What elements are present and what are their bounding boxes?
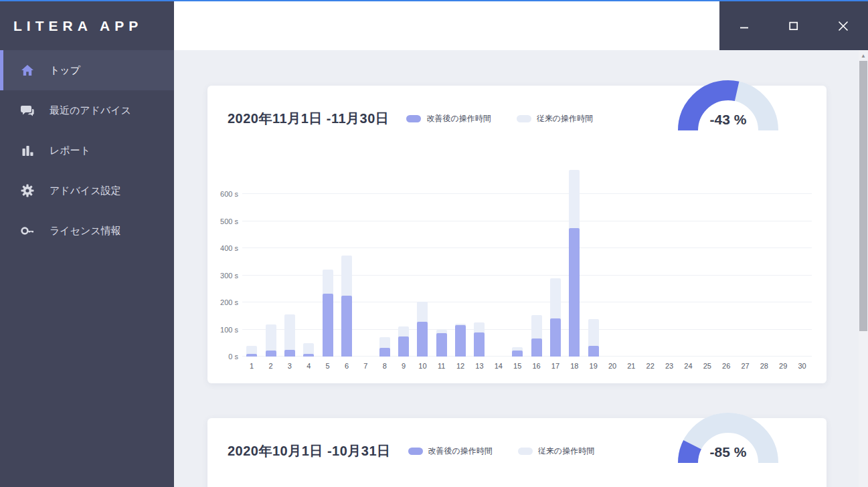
bar-improved — [379, 348, 390, 357]
bar-slot-day-16 — [527, 166, 545, 357]
sidebar-item-label: アドバイス設定 — [50, 185, 121, 197]
sidebar-item-label: ライセンス情報 — [50, 225, 121, 237]
bar-slot-day-3 — [280, 166, 299, 357]
bar-slot-day-14 — [489, 166, 508, 357]
bar-improved — [512, 351, 523, 357]
bar-slot-day-13 — [470, 166, 489, 357]
bar-improved — [303, 354, 314, 357]
x-axis-tick: 28 — [755, 362, 774, 370]
legend-label: 改善後の操作時間 — [426, 113, 491, 124]
chart-plot — [242, 166, 812, 357]
bar-slot-day-24 — [679, 166, 697, 357]
sidebar-item-advice-settings[interactable]: アドバイス設定 — [0, 171, 174, 211]
x-axis-tick: 15 — [508, 362, 527, 370]
chart-legend: 改善後の操作時間 従来の操作時間 — [406, 113, 593, 124]
sidebar-item-top[interactable]: トップ — [0, 50, 174, 90]
sidebar-item-label: レポート — [50, 144, 90, 157]
bar-improved — [550, 318, 561, 357]
x-axis-tick: 4 — [299, 362, 318, 370]
bar-improved — [341, 296, 352, 357]
gear-icon — [20, 183, 35, 198]
bar-slot-day-23 — [660, 166, 679, 357]
bar-slot-day-27 — [735, 166, 754, 357]
x-axis-tick: 23 — [660, 362, 679, 370]
report-card-november: 2020年11月1日 -11月30日 改善後の操作時間 従来の操作時間 -43 … — [207, 86, 827, 383]
x-axis-tick: 24 — [679, 362, 697, 370]
bar-slot-day-26 — [717, 166, 735, 357]
minimize-button[interactable] — [719, 1, 769, 50]
bar-improved — [398, 336, 409, 357]
x-axis-tick: 2 — [261, 362, 280, 370]
bar-slot-day-10 — [413, 166, 432, 357]
x-axis-tick: 1 — [242, 362, 261, 370]
x-axis-tick: 19 — [584, 362, 602, 370]
bar-slot-day-19 — [584, 166, 602, 357]
legend-item-improved: 改善後の操作時間 — [406, 113, 491, 124]
bar-slot-day-18 — [565, 166, 584, 357]
legend-swatch-conventional — [517, 115, 531, 122]
chart-xlabels: 1234567891011121314151617181920212223242… — [242, 362, 812, 370]
sidebar-item-report[interactable]: レポート — [0, 130, 174, 171]
bar-slot-day-28 — [755, 166, 774, 357]
x-axis-tick: 18 — [565, 362, 584, 370]
sidebar-nav: トップ 最近のアドバイス レポート — [0, 50, 174, 251]
bar-improved — [436, 333, 447, 357]
x-axis-tick: 13 — [470, 362, 489, 370]
bar-slot-day-15 — [508, 166, 527, 357]
x-axis-tick: 26 — [717, 362, 735, 370]
window-top-border — [0, 0, 868, 1]
bar-chart-icon — [20, 143, 35, 158]
legend-swatch-improved — [408, 448, 423, 455]
x-axis-tick: 25 — [698, 362, 717, 370]
bar-improved — [284, 350, 295, 357]
bar-slot-day-5 — [318, 166, 337, 357]
close-button[interactable] — [818, 1, 868, 50]
legend-label: 改善後の操作時間 — [428, 446, 493, 457]
bar-improved — [266, 351, 276, 357]
sidebar-item-license-info[interactable]: ライセンス情報 — [0, 211, 174, 251]
x-axis-tick: 27 — [735, 362, 754, 370]
bar-improved — [588, 346, 599, 357]
bar-improved — [417, 322, 428, 357]
card-header: 2020年10月1日 -10月31日 改善後の操作時間 従来の操作時間 — [228, 442, 594, 460]
chat-icon — [20, 103, 35, 118]
legend-swatch-improved — [406, 115, 421, 122]
window-controls — [719, 1, 868, 50]
scrollbar: ▲ — [859, 50, 868, 487]
scrollbar-up-arrow[interactable]: ▲ — [859, 50, 868, 61]
bar-slot-day-4 — [299, 166, 318, 357]
bar-slot-day-7 — [356, 166, 375, 357]
sidebar-item-recent-advice[interactable]: 最近のアドバイス — [0, 90, 174, 130]
gauge-value: -85 % — [710, 444, 747, 460]
bar-improved — [455, 325, 466, 357]
chart-bars — [242, 166, 812, 357]
reduction-gauge: -85 % — [678, 413, 778, 463]
titlebar[interactable] — [174, 1, 719, 50]
card-header: 2020年11月1日 -11月30日 改善後の操作時間 従来の操作時間 — [228, 110, 593, 128]
y-axis-tick: 600 s — [220, 190, 238, 198]
scrollbar-thumb[interactable] — [859, 61, 867, 331]
gauge-value: -43 % — [710, 112, 747, 127]
x-axis-tick: 7 — [356, 362, 375, 370]
bar-slot-day-29 — [774, 166, 792, 357]
x-axis-tick: 17 — [546, 362, 565, 370]
y-axis-tick: 100 s — [220, 326, 238, 334]
x-axis-tick: 12 — [451, 362, 470, 370]
x-axis-tick: 20 — [603, 362, 622, 370]
x-axis-tick: 3 — [280, 362, 299, 370]
maximize-icon — [789, 21, 798, 31]
y-axis-tick: 300 s — [220, 272, 238, 280]
key-icon — [20, 223, 35, 238]
bar-slot-day-2 — [261, 166, 280, 357]
maximize-button[interactable] — [769, 1, 818, 50]
legend-swatch-conventional — [518, 448, 533, 455]
main-content: 2020年11月1日 -11月30日 改善後の操作時間 従来の操作時間 -43 … — [174, 50, 868, 487]
legend-label: 従来の操作時間 — [537, 113, 593, 124]
x-axis-tick: 8 — [375, 362, 394, 370]
x-axis-tick: 22 — [641, 362, 660, 370]
legend-item-improved: 改善後の操作時間 — [408, 446, 493, 457]
close-icon — [838, 21, 849, 31]
y-axis-tick: 0 s — [228, 353, 238, 361]
x-axis-tick: 29 — [774, 362, 792, 370]
sidebar-item-label: 最近のアドバイス — [50, 104, 131, 117]
